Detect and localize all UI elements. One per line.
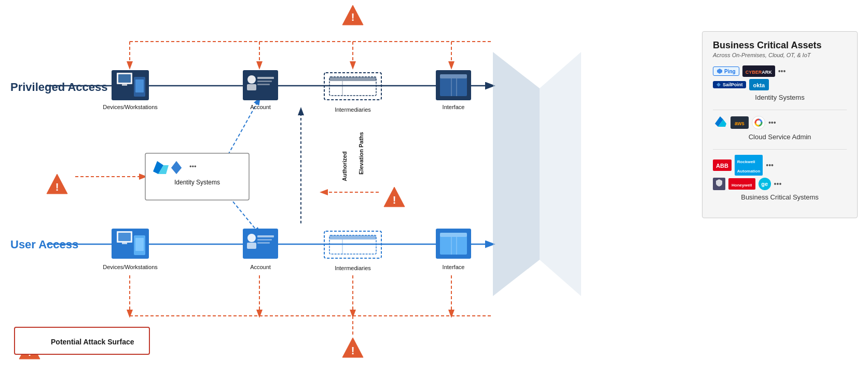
svg-text:Identity Systems: Identity Systems [174, 179, 220, 186]
bca-identity-more: ••• [778, 67, 786, 75]
svg-rect-79 [329, 235, 376, 239]
svg-rect-47 [329, 77, 376, 81]
svg-rect-34 [122, 84, 127, 86]
svg-rect-84 [440, 233, 467, 237]
svg-rect-52 [440, 74, 467, 78]
svg-text:!: ! [351, 11, 355, 23]
bca-panel: Business Critical Assets Across On-Premi… [702, 31, 858, 218]
svg-text:Account: Account [250, 264, 271, 270]
logo-gcp [752, 116, 765, 129]
bca-critical-section: ABB RockwellAutomation ••• Honeywell [713, 155, 847, 201]
svg-text:!: ! [56, 181, 59, 193]
bca-subtitle: Across On-Premises, Cloud, OT, & IoT [713, 52, 847, 58]
logo-abb: ABB [713, 159, 732, 171]
svg-text:Devices/Workstations: Devices/Workstations [103, 104, 158, 110]
user-access-label: User Access [10, 238, 78, 251]
bca-title: Business Critical Assets [713, 40, 847, 51]
svg-text:Devices/Workstations: Devices/Workstations [103, 264, 158, 270]
svg-text:Interface: Interface [443, 104, 465, 110]
svg-rect-72 [247, 243, 256, 249]
main-diagram-svg: ! ! ! ! ! Devices/Workstations Account [0, 0, 623, 373]
svg-text:!: ! [393, 194, 396, 206]
svg-rect-68 [135, 238, 144, 251]
svg-rect-65 [118, 233, 131, 241]
bca-critical-label: Business Critical Systems [713, 193, 847, 201]
svg-rect-56 [145, 153, 249, 200]
logo-okta: okta [749, 79, 769, 90]
svg-rect-66 [122, 243, 127, 244]
svg-rect-36 [135, 79, 144, 92]
svg-text:Authorized: Authorized [341, 151, 348, 181]
bca-cloud-label: Cloud Service Admin [713, 133, 847, 141]
svg-text:Account: Account [250, 104, 271, 110]
bca-critical-more-2: ••• [774, 180, 782, 188]
svg-text:Intermediaries: Intermediaries [335, 265, 371, 271]
diagram-container: ! ! ! ! ! Devices/Workstations Account [0, 0, 868, 373]
svg-rect-75 [257, 242, 270, 244]
bca-identity-section: Ping CYBERARK ••• SailPoint okta I [713, 65, 847, 101]
logo-aws: aws [731, 116, 749, 129]
svg-rect-74 [257, 239, 272, 241]
svg-text:Interface: Interface [443, 264, 465, 270]
svg-rect-73 [257, 235, 274, 237]
svg-marker-92 [717, 69, 722, 74]
svg-marker-19 [493, 52, 540, 296]
privileged-access-label: Privileged Access [10, 81, 108, 94]
svg-rect-40 [247, 84, 256, 90]
svg-text:Potential Attack Surface: Potential Attack Surface [51, 338, 134, 346]
logo-ping: Ping [713, 66, 739, 76]
bca-identity-logos-2: SailPoint okta [713, 79, 847, 90]
logo-ge: ge [759, 178, 771, 190]
bca-identity-logos: Ping CYBERARK ••• [713, 65, 847, 77]
svg-point-71 [247, 234, 256, 242]
logo-shield [713, 178, 725, 190]
bca-cloud-logos: aws ••• [713, 115, 847, 130]
bca-identity-label: Identity Systems [713, 94, 847, 101]
bca-cloud-section: aws ••• Cloud Service Admin [713, 115, 847, 141]
svg-rect-43 [257, 84, 270, 85]
bca-critical-more: ••• [766, 161, 774, 169]
svg-text:Elevation Paths: Elevation Paths [358, 132, 364, 175]
bca-critical-logos-2: Honeywell ge ••• [713, 178, 847, 190]
svg-rect-42 [257, 81, 272, 82]
logo-honeywell: Honeywell [728, 178, 755, 190]
svg-rect-33 [118, 74, 131, 83]
bca-cloud-more: ••• [768, 118, 776, 127]
svg-text:Intermediaries: Intermediaries [335, 106, 371, 113]
svg-text:!: ! [351, 345, 355, 356]
logo-sailpoint: SailPoint [713, 81, 746, 88]
azure-icon [713, 115, 727, 130]
svg-point-39 [247, 75, 256, 84]
bca-critical-logos: ABB RockwellAutomation ••• [713, 155, 847, 176]
svg-marker-20 [540, 52, 581, 296]
logo-cyberark: CYBERARK [742, 65, 775, 77]
logo-rockwell: RockwellAutomation [735, 155, 763, 176]
svg-rect-41 [257, 77, 274, 79]
svg-text:•••: ••• [189, 163, 197, 170]
